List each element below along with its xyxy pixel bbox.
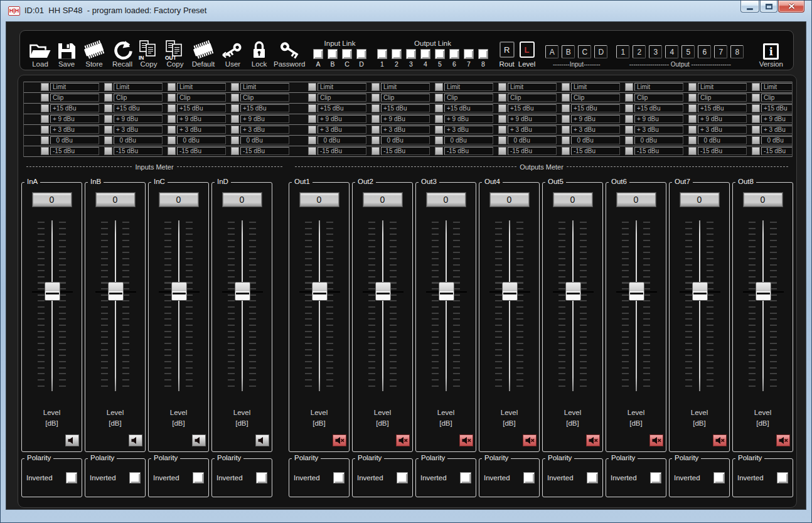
meter-scale-label: +15 dBu (114, 104, 163, 112)
fader-track[interactable] (572, 220, 574, 391)
fader-handle[interactable] (108, 282, 124, 301)
rout-button[interactable]: R (499, 41, 515, 58)
mute-on-button[interactable] (333, 434, 346, 446)
input-link-checkbox-A[interactable] (313, 49, 323, 59)
fader-handle[interactable] (171, 282, 187, 301)
minimize-button[interactable] (740, 1, 759, 13)
mute-on-button[interactable] (586, 434, 600, 446)
password-button[interactable]: Password (274, 33, 306, 68)
default-button[interactable]: Default (191, 33, 216, 68)
meter-scale-label: Limit (240, 83, 289, 91)
output-select-row: 12345678 (616, 45, 744, 58)
polarity-checkbox-Out5[interactable] (587, 472, 598, 483)
mute-on-button[interactable] (396, 434, 410, 446)
fader-track[interactable] (319, 220, 320, 391)
lock-button[interactable]: Lock (250, 33, 269, 68)
meter-led (562, 115, 570, 123)
fader-track[interactable] (762, 220, 764, 391)
mute-off-button[interactable] (255, 434, 269, 446)
output-link-checkbox-2[interactable] (392, 49, 402, 59)
user-button[interactable]: User (221, 33, 245, 68)
app-logo-icon[interactable]: H|H (8, 6, 20, 16)
polarity-checkbox-Out8[interactable] (777, 472, 788, 483)
input-link-checkbox-B[interactable] (328, 49, 338, 59)
mute-on-button[interactable] (649, 434, 663, 446)
output-select-button-8[interactable]: 8 (730, 45, 744, 58)
recall-button[interactable]: Recall (112, 33, 133, 68)
input-select-button-A[interactable]: A (545, 45, 558, 58)
fader-handle[interactable] (756, 282, 771, 301)
polarity-checkbox-Out4[interactable] (523, 472, 535, 483)
mute-on-button[interactable] (459, 434, 473, 446)
store-button[interactable]: Store (82, 33, 107, 68)
input-link-checkbox-C[interactable] (342, 49, 352, 59)
fader-track[interactable] (51, 220, 53, 391)
fader-handle[interactable] (312, 282, 328, 301)
fader-handle[interactable] (502, 282, 518, 301)
meter-led (231, 136, 239, 144)
fader-track[interactable] (699, 220, 700, 391)
copy-out-button[interactable]: OUTCopy (164, 33, 186, 68)
mute-on-button[interactable] (776, 434, 790, 446)
mute-off-button[interactable] (129, 434, 142, 446)
output-link-checkbox-5[interactable] (435, 49, 445, 59)
meter-scale-label: + 3 dBu (761, 126, 793, 134)
save-button[interactable]: Save (56, 33, 77, 68)
fader-track[interactable] (178, 220, 179, 391)
polarity-checkbox-InA[interactable] (66, 472, 77, 483)
fader-handle[interactable] (235, 282, 250, 301)
close-button[interactable] (778, 1, 804, 13)
input-select-button-B[interactable]: B (562, 45, 575, 58)
mute-on-button[interactable] (713, 434, 727, 446)
copy-in-button[interactable]: INCopy (138, 33, 159, 68)
output-link-checkbox-8[interactable] (478, 49, 488, 59)
polarity-checkbox-InD[interactable] (256, 472, 267, 483)
output-link-checkbox-7[interactable] (464, 49, 474, 59)
polarity-checkbox-InC[interactable] (193, 472, 204, 483)
polarity-checkbox-Out3[interactable] (460, 472, 471, 483)
polarity-checkbox-Out7[interactable] (713, 472, 725, 483)
mute-on-button[interactable] (523, 434, 537, 446)
fader-handle[interactable] (45, 282, 60, 301)
output-select-button-6[interactable]: 6 (698, 45, 711, 58)
input-select-button-D[interactable]: D (594, 45, 607, 58)
fader-handle[interactable] (692, 282, 708, 301)
level-button[interactable]: L (520, 41, 535, 58)
meter-scale-label: +15 dBu (381, 104, 430, 112)
output-link-checkbox-4[interactable] (420, 49, 430, 59)
rout-caption: Rout (499, 60, 515, 68)
fader-track[interactable] (636, 220, 637, 391)
meter-scale-label: -15 dBu (50, 147, 99, 155)
output-select-button-4[interactable]: 4 (665, 45, 678, 58)
mute-off-button[interactable] (65, 434, 79, 446)
fader-track[interactable] (509, 220, 510, 391)
fader-handle[interactable] (565, 282, 581, 301)
output-link-checkbox-6[interactable] (449, 49, 459, 59)
output-select-button-5[interactable]: 5 (681, 45, 695, 58)
dash-line (295, 166, 516, 167)
info-icon[interactable]: i (763, 43, 779, 60)
mute-off-button[interactable] (192, 434, 206, 446)
output-select-button-7[interactable]: 7 (714, 45, 727, 58)
maximize-button[interactable] (760, 1, 777, 13)
input-link-checkbox-D[interactable] (356, 49, 366, 59)
output-select-button-2[interactable]: 2 (633, 45, 646, 58)
output-link-checkbox-3[interactable] (406, 49, 416, 59)
fader-handle[interactable] (439, 282, 454, 301)
fader-track[interactable] (242, 220, 243, 391)
fader-track[interactable] (446, 220, 447, 391)
fader-handle[interactable] (375, 282, 391, 301)
fader-track[interactable] (115, 220, 116, 391)
fader-handle[interactable] (629, 282, 644, 301)
output-select-button-1[interactable]: 1 (616, 45, 629, 58)
input-select-button-C[interactable]: C (578, 45, 591, 58)
load-button[interactable]: Load (29, 33, 51, 68)
polarity-checkbox-InB[interactable] (129, 472, 141, 483)
meter-led (104, 136, 112, 144)
polarity-checkbox-Out6[interactable] (650, 472, 661, 483)
polarity-checkbox-Out2[interactable] (397, 472, 408, 483)
polarity-checkbox-Out1[interactable] (333, 472, 345, 483)
output-select-button-3[interactable]: 3 (649, 45, 662, 58)
output-link-checkbox-1[interactable] (377, 49, 387, 59)
fader-track[interactable] (382, 220, 383, 391)
